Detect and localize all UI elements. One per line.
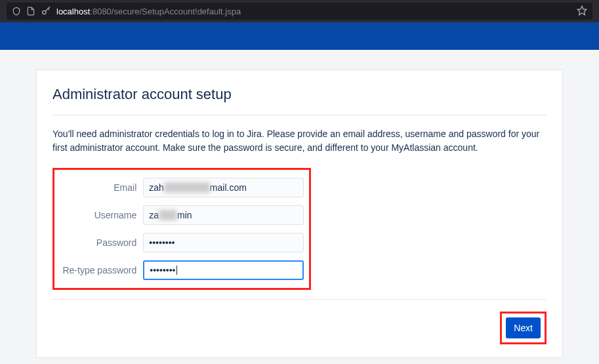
bookmark-star-icon[interactable] <box>577 5 587 18</box>
app-header <box>0 22 599 50</box>
username-field[interactable]: zaxxxxmin <box>143 205 304 225</box>
retype-password-label: Re-type password <box>54 265 143 275</box>
key-icon <box>41 6 51 16</box>
password-label: Password <box>54 237 143 248</box>
password-field[interactable]: •••••••• <box>143 233 304 253</box>
shield-icon <box>12 7 21 16</box>
browser-chrome: localhost:8080/secure/SetupAccount!defau… <box>0 0 599 22</box>
next-highlight-box: Next <box>500 312 547 344</box>
retype-password-field[interactable]: •••••••• <box>143 260 304 280</box>
url-host: localhost <box>56 7 90 16</box>
divider <box>52 299 547 300</box>
url-bar[interactable]: localhost:8080/secure/SetupAccount!defau… <box>7 3 592 20</box>
svg-marker-1 <box>577 6 586 14</box>
divider <box>52 115 547 115</box>
intro-text: You'll need administrator credentials to… <box>52 127 547 155</box>
next-button[interactable]: Next <box>506 317 541 338</box>
svg-point-0 <box>43 10 46 14</box>
setup-card: Administrator account setup You'll need … <box>36 70 563 358</box>
form-highlight-box: Email zahxxxxxxxxxxmail.com Username zax… <box>52 168 311 290</box>
text-caret <box>176 266 177 275</box>
page-icon <box>26 7 35 16</box>
url-text: localhost:8080/secure/SetupAccount!defau… <box>56 7 571 16</box>
username-label: Username <box>54 210 143 220</box>
email-label: Email <box>54 182 143 193</box>
url-path: :8080/secure/SetupAccount!default.jspa <box>90 7 241 16</box>
email-field[interactable]: zahxxxxxxxxxxmail.com <box>143 178 304 197</box>
page-title: Administrator account setup <box>52 86 547 103</box>
